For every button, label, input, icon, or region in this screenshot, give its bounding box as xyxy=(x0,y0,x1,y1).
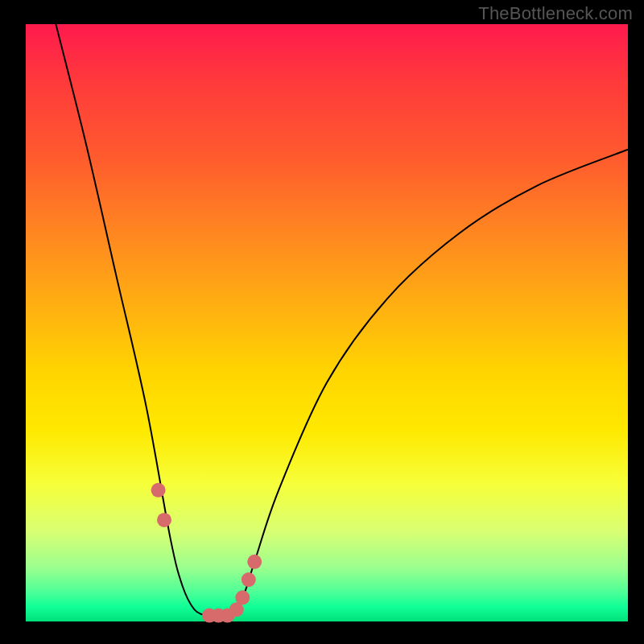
highlight-marker xyxy=(151,483,166,497)
bottleneck-curve xyxy=(56,24,628,617)
highlight-marker xyxy=(242,572,256,587)
highlight-marker xyxy=(235,590,250,605)
plot-area xyxy=(26,24,628,621)
chart-frame: TheBottleneck.com xyxy=(0,0,644,644)
chart-svg xyxy=(26,24,628,621)
highlight-marker xyxy=(157,513,171,527)
highlight-marker xyxy=(247,555,262,569)
watermark-text: TheBottleneck.com xyxy=(478,3,633,24)
marker-group xyxy=(151,483,262,623)
